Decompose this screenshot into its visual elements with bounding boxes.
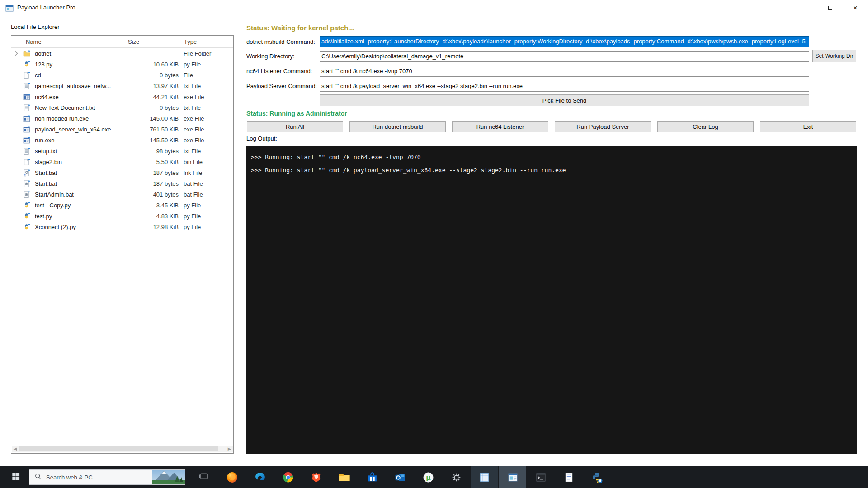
taskbar-app-firefox[interactable] <box>218 466 245 488</box>
column-header-name[interactable]: Name <box>11 36 123 48</box>
file-row[interactable]: payload_server_win_x64.exe761.50 KiBexe … <box>11 124 233 135</box>
dotnet-msbuild-command-label: dotnet msbuild Command: <box>246 37 315 47</box>
payload-server-command-input[interactable]: start "" cmd /k payload_server_win_x64.e… <box>320 81 809 92</box>
file-row[interactable]: 123.py10.60 KiBpy File <box>11 59 233 70</box>
horizontal-scrollbar[interactable]: ◀ ▶ <box>12 446 233 452</box>
taskbar-app-terminal[interactable] <box>527 466 554 488</box>
notepad-icon <box>563 471 575 483</box>
scroll-left-icon[interactable]: ◀ <box>12 446 19 452</box>
taskbar-app-outlook[interactable] <box>387 466 414 488</box>
taskbar-app-file-explorer[interactable] <box>330 466 358 488</box>
local-file-explorer-label: Local File Explorer <box>11 23 60 30</box>
python-script-icon <box>591 471 603 483</box>
file-row[interactable]: nc64.exe44.21 KiBexe File <box>11 92 233 103</box>
search-icon <box>35 473 42 482</box>
file-name: Xconnect (2).py <box>35 222 122 233</box>
microsoft-store-icon <box>366 471 378 483</box>
taskbar-app-brave[interactable] <box>302 466 330 488</box>
search-highlight-image[interactable] <box>152 470 185 484</box>
scroll-right-icon[interactable]: ▶ <box>226 446 233 452</box>
python-file-icon <box>23 61 31 68</box>
folder-file-icon <box>23 50 31 57</box>
file-row[interactable]: StartAdmin.bat401 bytesbat File <box>11 189 233 200</box>
taskbar-app-utorrent[interactable]: µ <box>415 466 442 488</box>
launcher-app-icon <box>507 471 519 483</box>
run-payload-server-button[interactable]: Run Payload Server <box>555 121 651 132</box>
status-running-as-administrator: Status: Running as Administrator <box>246 110 347 117</box>
search-input[interactable]: Search web & PC <box>29 469 185 485</box>
file-type: File <box>184 70 233 81</box>
file-row[interactable]: stage2.bin5.50 KiBbin File <box>11 157 233 168</box>
exe-file-icon <box>23 136 31 144</box>
file-name: nc64.exe <box>35 92 122 103</box>
expander-spacer <box>14 192 19 197</box>
file-type: bat File <box>184 189 233 200</box>
expander-spacer <box>14 224 19 230</box>
selected-text: ads\initialize.xml -property:LauncherDir… <box>320 37 809 47</box>
file-row[interactable]: gamescript_autosave_netw...13.97 KiBtxt … <box>11 81 233 92</box>
taskbar-app-edge[interactable] <box>246 466 274 488</box>
log-output-label: Log Output: <box>246 135 277 142</box>
expander-chevron-icon[interactable] <box>14 51 19 56</box>
title-bar: Payload Launcher Pro × <box>0 0 868 16</box>
clear-log-button[interactable]: Clear Log <box>657 121 754 132</box>
file-row[interactable]: run.exe145.50 KiBexe File <box>11 135 233 146</box>
file-row[interactable]: Start.bat187 bytesbat File <box>11 178 233 189</box>
file-type: File Folder <box>184 48 233 59</box>
set-working-dir-button[interactable]: Set Working Dir <box>812 50 856 62</box>
file-row[interactable]: test - Copy.py3.45 KiBpy File <box>11 200 233 211</box>
minimize-button[interactable] <box>792 0 817 16</box>
file-row[interactable]: Start.bat187 byteslnk File <box>11 168 233 178</box>
file-type: exe File <box>184 124 233 135</box>
pick-file-to-send-button[interactable]: Pick File to Send <box>320 94 809 106</box>
nc64-listener-command-input[interactable]: start "" cmd /k nc64.exe -lvnp 7070 <box>320 66 809 77</box>
dotnet-msbuild-command-input[interactable]: ads\initialize.xml -property:LauncherDir… <box>320 36 809 47</box>
file-row[interactable]: cd0 bytesFile <box>11 70 233 81</box>
file-size: 187 bytes <box>123 168 180 178</box>
run-all-button[interactable]: Run All <box>247 121 343 132</box>
taskbar-app-chrome[interactable] <box>274 466 302 488</box>
file-row[interactable]: dotnetFile Folder <box>11 48 233 59</box>
file-size: 0 bytes <box>123 70 180 81</box>
restore-button[interactable] <box>817 0 843 16</box>
working-directory-label: Working Directory: <box>246 51 295 62</box>
taskbar-app-launcher-app[interactable] <box>499 466 526 488</box>
run-dotnet-msbuild-button[interactable]: Run dotnet msbuild <box>349 121 446 132</box>
log-output-console[interactable]: >>> Running: start "" cmd /k nc64.exe -l… <box>246 146 857 454</box>
taskbar-app-notepad[interactable] <box>555 466 582 488</box>
taskbar-app-python-script[interactable] <box>583 466 610 488</box>
column-header-type[interactable]: Type <box>180 36 233 48</box>
exit-button[interactable]: Exit <box>760 121 856 132</box>
file-row[interactable]: New Text Document.txt0 bytestxt File <box>11 103 233 113</box>
file-type: txt File <box>184 103 233 113</box>
file-type: exe File <box>184 135 233 146</box>
expander-spacer <box>14 116 19 121</box>
file-name: non modded run.exe <box>35 113 122 124</box>
close-button[interactable]: × <box>843 0 868 16</box>
file-row[interactable]: test.py4.83 KiBpy File <box>11 211 233 222</box>
text-file-icon <box>23 147 31 155</box>
exe-file-icon <box>23 126 31 133</box>
taskbar-app-microsoft-store[interactable] <box>359 466 386 488</box>
working-directory-input[interactable]: C:\Users\emily\Desktop\collateral_damage… <box>320 51 809 62</box>
file-row[interactable]: non modded run.exe145.00 KiBexe File <box>11 113 233 124</box>
taskbar-app-settings[interactable] <box>443 466 470 488</box>
settings-icon <box>450 471 462 483</box>
file-name: test.py <box>35 211 122 222</box>
column-header-size[interactable]: Size <box>123 36 180 48</box>
task-view-button[interactable] <box>193 466 214 488</box>
file-row[interactable]: setup.txt98 bytestxt File <box>11 146 233 157</box>
app-window-icon <box>5 4 14 12</box>
log-line: >>> Running: start "" cmd /k payload_ser… <box>251 164 857 177</box>
task-view-icon <box>199 471 209 483</box>
file-row[interactable]: Xconnect (2).py12.98 KiBpy File <box>11 222 233 233</box>
file-type: lnk File <box>184 168 233 178</box>
expander-spacer <box>14 181 19 186</box>
run-nc64-listener-button[interactable]: Run nc64 Listener <box>452 121 548 132</box>
taskbar-app-blue-grid-app[interactable] <box>471 466 498 488</box>
file-type: txt File <box>184 81 233 92</box>
file-type: bin File <box>184 157 233 168</box>
start-button[interactable] <box>5 466 26 488</box>
scrollbar-thumb[interactable] <box>19 446 218 451</box>
terminal-icon <box>535 471 547 483</box>
